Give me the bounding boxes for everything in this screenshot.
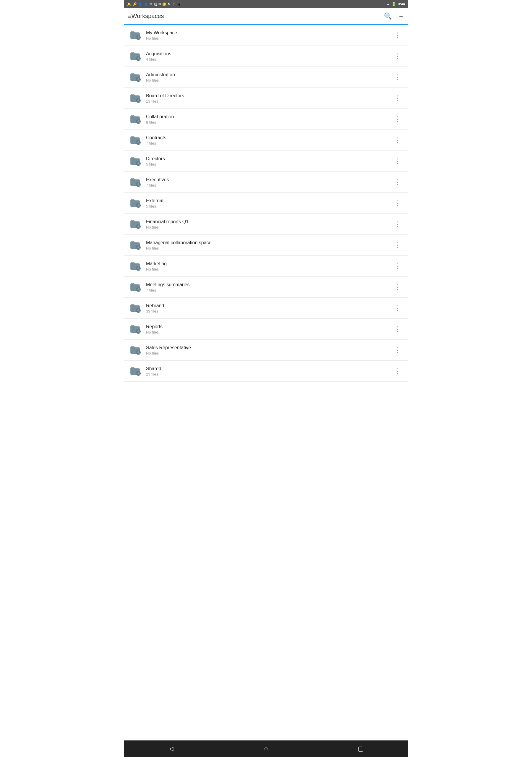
workspace-files: No files	[146, 246, 392, 251]
recent-button[interactable]: ▢	[352, 743, 369, 755]
key-icon: 🔑	[133, 2, 137, 6]
more-options-button[interactable]: ⋮	[392, 366, 403, 376]
workspace-info: Collaboration 8 files	[146, 114, 392, 125]
workspace-item[interactable]: Meetings summaries 7 files ⋮	[124, 277, 408, 298]
person2-icon: 👤	[144, 2, 148, 6]
workspace-info: Contracts 7 files	[146, 135, 392, 145]
workspace-name: Financial reports Q1	[146, 219, 392, 225]
more-options-button[interactable]: ⋮	[392, 303, 403, 313]
workspace-files: No files	[146, 351, 392, 355]
more-icon: ⋮	[394, 157, 401, 165]
folder-icon	[129, 260, 141, 272]
folder-icon	[129, 281, 141, 293]
workspace-info: My Workspace No files	[146, 30, 392, 41]
more-options-button[interactable]: ⋮	[392, 345, 403, 355]
workspace-files: No files	[146, 225, 392, 229]
more-icon: ⋮	[394, 178, 401, 186]
home-button[interactable]: ○	[257, 743, 275, 755]
search-button[interactable]: 🔍	[384, 13, 392, 20]
workspace-item[interactable]: Adminstration No files ⋮	[124, 67, 408, 88]
workspace-info: Meetings summaries 7 files	[146, 282, 392, 292]
more-icon: ⋮	[394, 52, 401, 60]
workspace-name: Managerial collaboration space	[146, 240, 392, 245]
more-icon: ⋮	[394, 346, 401, 354]
workspace-name: My Workspace	[146, 30, 392, 36]
folder-icon	[129, 218, 141, 230]
workspace-info: Rebrand 39 files	[146, 303, 392, 314]
more-icon: ⋮	[394, 262, 401, 270]
back-button[interactable]: ◁	[163, 743, 180, 755]
workspace-files: 5 files	[146, 162, 392, 167]
folder-icon	[129, 176, 141, 188]
more-options-button[interactable]: ⋮	[392, 156, 403, 166]
workspace-item[interactable]: Collaboration 8 files ⋮	[124, 109, 408, 130]
workspace-info: Adminstration No files	[146, 72, 392, 82]
workspace-item[interactable]: Acquisitions 4 files ⋮	[124, 46, 408, 67]
workspace-info: Board of Directors 13 files	[146, 93, 392, 104]
search-icon: 🔍	[384, 13, 392, 20]
workspace-item[interactable]: Financial reports Q1 No files ⋮	[124, 214, 408, 235]
more-icon: ⋮	[394, 325, 401, 333]
time-display: 9:44	[398, 2, 405, 6]
more-icon: ⋮	[394, 199, 401, 207]
workspace-files: 4 files	[146, 57, 392, 62]
toolbar-actions: 🔍 ＋	[384, 12, 404, 21]
more-options-button[interactable]: ⋮	[392, 51, 403, 61]
workspace-item[interactable]: Rebrand 39 files ⋮	[124, 298, 408, 319]
notification-icon: 🔔	[127, 2, 131, 6]
battery-icon: 🔋	[392, 2, 396, 6]
more-options-button[interactable]: ⋮	[392, 219, 403, 229]
workspace-info: Financial reports Q1 No files	[146, 219, 392, 229]
workspace-name: Sales Representative	[146, 345, 392, 350]
workspace-item[interactable]: Board of Directors 13 files ⋮	[124, 88, 408, 109]
workspace-item[interactable]: Sales Representative No files ⋮	[124, 340, 408, 361]
menu-button[interactable]: ≡	[128, 13, 132, 20]
workspace-item[interactable]: Executives 7 files ⋮	[124, 172, 408, 193]
workspace-item[interactable]: Contracts 7 files ⋮	[124, 130, 408, 151]
more-options-button[interactable]: ⋮	[392, 114, 403, 124]
add-button[interactable]: ＋	[398, 12, 404, 21]
status-right: ▲ 🔋 9:44	[386, 2, 405, 6]
more-icon: ⋮	[394, 136, 401, 144]
workspace-files: 7 files	[146, 183, 392, 188]
more-options-button[interactable]: ⋮	[392, 135, 403, 145]
workspace-item[interactable]: Managerial collaboration space No files …	[124, 235, 408, 256]
back-icon: ◁	[169, 745, 174, 753]
workspace-item[interactable]: Shared 23 files ⋮	[124, 361, 408, 382]
more-options-button[interactable]: ⋮	[392, 30, 403, 40]
workspace-name: Executives	[146, 177, 392, 182]
workspace-name: Collaboration	[146, 114, 392, 119]
n-icon: N	[159, 2, 161, 6]
folder-icon	[129, 239, 141, 251]
more-options-button[interactable]: ⋮	[392, 324, 403, 334]
more-options-button[interactable]: ⋮	[392, 198, 403, 208]
phone-icon: 📱	[177, 2, 182, 6]
workspace-files: 7 files	[146, 288, 392, 292]
workspace-name: Directors	[146, 156, 392, 162]
workspace-item[interactable]: External 5 files ⋮	[124, 193, 408, 214]
more-options-button[interactable]: ⋮	[392, 93, 403, 103]
folder-icon	[129, 50, 141, 62]
workspace-item[interactable]: My Workspace No files ⋮	[124, 25, 408, 46]
folder-icon	[129, 323, 141, 335]
workspace-files: No files	[146, 267, 392, 271]
more-options-button[interactable]: ⋮	[392, 177, 403, 187]
home-icon: ○	[264, 745, 268, 753]
more-options-button[interactable]: ⋮	[392, 261, 403, 271]
more-options-button[interactable]: ⋮	[392, 240, 403, 250]
workspace-name: Acquisitions	[146, 51, 392, 56]
workspace-item[interactable]: Reports No files ⋮	[124, 319, 408, 340]
workspace-name: Adminstration	[146, 72, 392, 77]
workspace-name: Board of Directors	[146, 93, 392, 99]
workspace-item[interactable]: Marketing No files ⋮	[124, 256, 408, 277]
workspace-name: Contracts	[146, 135, 392, 140]
folder-icon	[129, 92, 141, 105]
more-options-button[interactable]: ⋮	[392, 282, 403, 292]
workspace-files: 23 files	[146, 372, 392, 377]
workspace-name: External	[146, 198, 392, 203]
more-options-button[interactable]: ⋮	[392, 72, 403, 82]
workspace-item[interactable]: Directors 5 files ⋮	[124, 151, 408, 172]
more-icon: ⋮	[394, 31, 401, 39]
workspace-info: Acquisitions 4 files	[146, 51, 392, 62]
workspace-info: Executives 7 files	[146, 177, 392, 188]
